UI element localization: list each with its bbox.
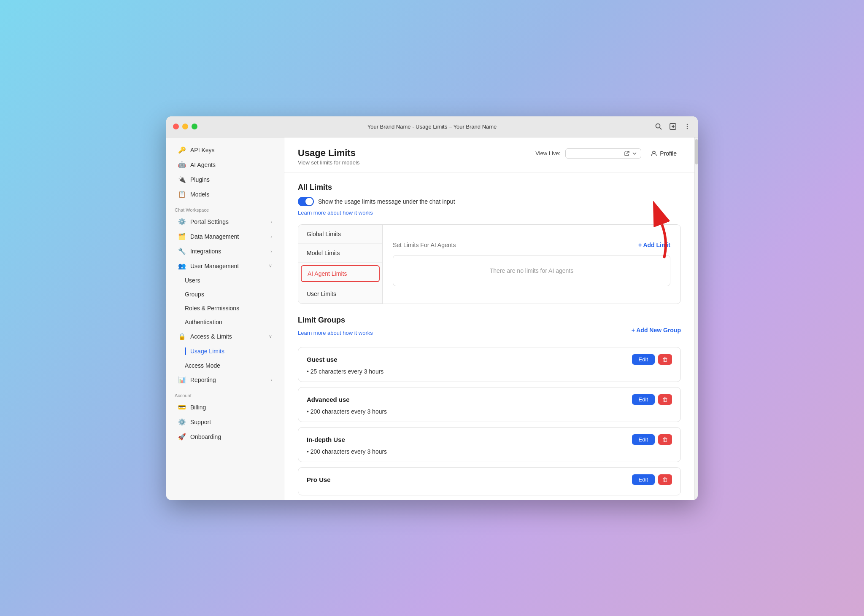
sidebar-item-onboarding[interactable]: 🚀 Onboarding (170, 430, 281, 444)
tab-header-row: Set Limits For AI Agents + Add Limit (393, 242, 670, 248)
edit-button-pro[interactable]: Edit (632, 474, 655, 485)
app-window: Your Brand Name - Usage Limits – Your Br… (166, 116, 698, 500)
sidebar-item-access-limits[interactable]: 🔒 Access & Limits ∨ (170, 329, 281, 344)
scrollbar-thumb[interactable] (695, 139, 698, 164)
sidebar-label-reporting: Reporting (190, 377, 216, 383)
limit-groups-title: Limit Groups (298, 316, 373, 325)
chevron-right-icon: › (270, 219, 272, 224)
view-live-label: View Live: (535, 150, 560, 156)
sidebar-item-users[interactable]: Users (170, 274, 281, 287)
limit-groups-learn-more[interactable]: Learn more about how it works (298, 330, 373, 336)
group-name-advanced: Advanced use (307, 396, 350, 403)
onboarding-icon: 🚀 (178, 433, 186, 441)
sidebar-label-portal-settings: Portal Settings (190, 218, 229, 225)
group-detail-guest: 25 characters every 3 hours (307, 368, 672, 375)
tab-model-limits[interactable]: Model Limits (298, 244, 382, 263)
sidebar-item-groups[interactable]: Groups (170, 288, 281, 301)
access-limits-icon: 🔒 (178, 333, 186, 340)
sidebar-item-support[interactable]: ⚙️ Support (170, 415, 281, 429)
limit-groups-header-left: Limit Groups Learn more about how it wor… (298, 316, 373, 344)
titlebar-icons (655, 123, 691, 130)
menu-icon[interactable] (683, 123, 691, 130)
group-name-pro: Pro Use (307, 476, 331, 483)
sidebar-item-data-management[interactable]: 🗂️ Data Management › (170, 229, 281, 244)
group-actions-advanced: Edit 🗑 (632, 394, 672, 405)
edit-button-advanced[interactable]: Edit (632, 394, 655, 405)
profile-button[interactable]: Profile (646, 148, 681, 159)
sidebar-item-usage-limits[interactable]: Usage Limits (170, 344, 281, 358)
chevron-down-icon: ∨ (269, 263, 272, 269)
chevron-right-icon: › (270, 377, 272, 382)
sidebar-label-billing: Billing (190, 404, 206, 411)
sidebar-item-integrations[interactable]: 🔧 Integrations › (170, 244, 281, 258)
group-actions-pro: Edit 🗑 (632, 474, 672, 485)
sidebar-item-authentication[interactable]: Authentication (170, 315, 281, 329)
header-left: Usage Limits View set limits for models (298, 148, 359, 166)
close-button[interactable] (173, 124, 179, 129)
content-area: All Limits Show the usage limits message… (284, 173, 694, 500)
sidebar-item-roles-permissions[interactable]: Roles & Permissions (170, 301, 281, 315)
delete-button-advanced[interactable]: 🗑 (658, 394, 672, 405)
traffic-lights (173, 124, 197, 129)
page-subtitle: View set limits for models (298, 159, 359, 166)
edit-button-guest[interactable]: Edit (632, 354, 655, 365)
header-right: View Live: (535, 148, 681, 159)
delete-button-guest[interactable]: 🗑 (658, 354, 672, 365)
add-limit-button[interactable]: + Add Limit (638, 242, 670, 248)
tab-model-limits-label: Model Limits (307, 250, 340, 256)
svg-point-6 (653, 151, 655, 153)
chevron-right-icon: › (270, 249, 272, 254)
minimize-button[interactable] (182, 124, 188, 129)
sidebar-label-access-limits: Access & Limits (190, 333, 232, 340)
plugin-icon: 🔌 (178, 176, 186, 183)
sidebar-label-groups: Groups (185, 291, 204, 298)
add-group-button[interactable]: + Add New Group (632, 327, 681, 334)
chevron-down-icon: ∨ (269, 334, 272, 339)
usage-limits-toggle[interactable] (298, 197, 314, 206)
view-live-icons (624, 151, 637, 156)
tab-user-limits[interactable]: User Limits (298, 285, 382, 304)
group-top-in-depth: In-depth Use Edit 🗑 (307, 434, 672, 445)
search-icon[interactable] (655, 123, 662, 130)
delete-button-pro[interactable]: 🗑 (658, 474, 672, 485)
group-detail-in-depth: 200 characters every 3 hours (307, 448, 672, 455)
all-limits-learn-more[interactable]: Learn more about how it works (298, 210, 681, 216)
group-top-guest: Guest use Edit 🗑 (307, 354, 672, 365)
limits-panel: Global Limits Model Limits AI Agent Limi… (298, 224, 681, 304)
maximize-button[interactable] (192, 124, 197, 129)
tab-user-limits-label: User Limits (307, 291, 336, 297)
sidebar-item-billing[interactable]: 💳 Billing (170, 400, 281, 414)
sidebar-item-reporting[interactable]: 📊 Reporting › (170, 373, 281, 387)
view-live-input[interactable] (565, 148, 641, 159)
sidebar-item-portal-settings[interactable]: ⚙️ Portal Settings › (170, 215, 281, 229)
chevron-right-icon: › (270, 234, 272, 239)
sidebar-item-user-management[interactable]: 👥 User Management ∨ (170, 259, 281, 273)
reporting-icon: 📊 (178, 376, 186, 384)
account-section-label: Account (166, 390, 284, 400)
sidebar-label-roles-permissions: Roles & Permissions (185, 305, 239, 312)
sidebar-item-models[interactable]: 📋 Models (170, 187, 281, 202)
limits-tabs-container: Global Limits Model Limits AI Agent Limi… (298, 224, 681, 304)
chevron-down-icon[interactable] (632, 151, 637, 156)
sidebar-item-plugins[interactable]: 🔌 Plugins (170, 172, 281, 187)
svg-line-1 (660, 128, 662, 130)
sidebar-label-onboarding: Onboarding (190, 433, 221, 440)
integrations-icon: 🔧 (178, 247, 186, 255)
sidebar-label-ai-agents: AI Agents (190, 161, 216, 168)
tabs-column: Global Limits Model Limits AI Agent Limi… (298, 225, 383, 304)
edit-button-in-depth[interactable]: Edit (632, 434, 655, 445)
sidebar-item-api-keys[interactable]: 🔑 API Keys (170, 143, 281, 157)
group-name-guest: Guest use (307, 356, 338, 363)
robot-icon: 🤖 (178, 161, 186, 169)
billing-icon: 💳 (178, 403, 186, 411)
sidebar-item-ai-agents[interactable]: 🤖 AI Agents (170, 158, 281, 172)
share-icon[interactable] (669, 123, 677, 130)
user-management-icon: 👥 (178, 262, 186, 270)
tab-global-limits[interactable]: Global Limits (298, 225, 382, 244)
sidebar: 🔑 API Keys 🤖 AI Agents 🔌 Plugins 📋 Model… (166, 137, 284, 500)
sidebar-item-access-mode[interactable]: Access Mode (170, 359, 281, 372)
delete-button-in-depth[interactable]: 🗑 (658, 434, 672, 445)
tab-ai-agent-limits[interactable]: AI Agent Limits (301, 265, 380, 282)
sidebar-label-integrations: Integrations (190, 248, 221, 255)
tab-content-area: Set Limits For AI Agents + Add Limit The… (383, 225, 680, 304)
